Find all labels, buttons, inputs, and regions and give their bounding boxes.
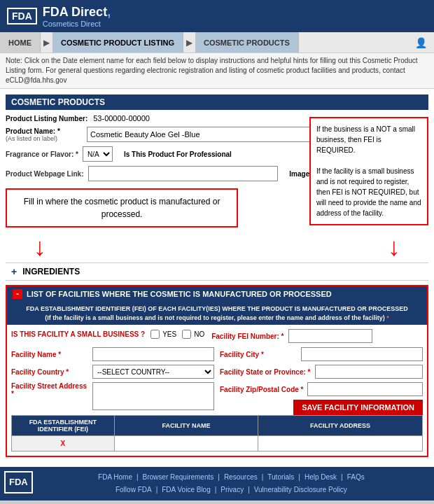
table-header-address: FACILITY ADDRESS: [258, 416, 423, 436]
small-biz-fei-row: IS THIS FACILITY A SMALL BUSINESS ? YES …: [11, 329, 423, 343]
ingredients-label: INGREDIENTS: [22, 267, 80, 276]
footer-follow-fda[interactable]: Follow FDA: [115, 484, 152, 496]
footer-tutorials[interactable]: Tutorials: [267, 471, 294, 484]
facility-zip-label: Facility Zip/Postal Code *: [220, 386, 303, 393]
facility-country-row: Facility Country * --SELECT COUNTRY--: [11, 365, 214, 379]
facility-city-input[interactable]: [301, 347, 423, 361]
footer-resources[interactable]: Resources: [224, 471, 258, 484]
footer-fda-home[interactable]: FDA Home: [98, 471, 132, 484]
fillin-note: Fill in where the cosmetic product is ma…: [6, 188, 238, 227]
arrow-row: ↓ ↓: [6, 234, 428, 260]
header-title-accent: ,: [107, 5, 111, 19]
facilities-title: LIST OF FACILITIES WHERE THE COSMETIC IS…: [27, 290, 332, 298]
facilities-collapse-icon[interactable]: -: [13, 289, 22, 299]
table-header-fei: FDA ESTABLISHMENT IDENTIFIER (FEI): [12, 416, 115, 436]
facility-street-row: Facility Street Address *: [11, 382, 214, 410]
product-name-input[interactable]: [87, 127, 319, 142]
fei-number-group: Facility FEI Number: *: [211, 329, 372, 343]
website-label: Product Webpage Link:: [6, 170, 84, 178]
no-checkbox[interactable]: [182, 330, 191, 339]
nav-arrow-1: ▶: [41, 38, 52, 48]
note-bar: Note: Click on the Date element name for…: [0, 53, 434, 89]
facility-city-label: Facility City *: [220, 351, 297, 358]
footer: FDA FDA Home | Browser Requirements | Re…: [0, 467, 434, 500]
facility-state-label: Facility State or Province: *: [220, 368, 311, 376]
facility-state-row: Facility State or Province: *: [220, 365, 423, 379]
facility-city-row: Facility City *: [220, 347, 423, 361]
nav-cosmetic-products[interactable]: COSMETIC PRODUCTS: [195, 32, 299, 52]
footer-privacy[interactable]: Privacy: [220, 484, 244, 496]
footer-fda-logo: FDA: [4, 471, 33, 493]
header-main-title: FDA Direct,: [43, 5, 111, 20]
product-name-label-group: Product Name: * (As listed on label): [6, 127, 83, 142]
no-label: NO: [194, 330, 204, 338]
left-arrow-icon: ↓: [34, 234, 46, 260]
professional-label: Is This Product For Professional: [124, 150, 232, 158]
header-title: FDA Direct, Cosmetics Direct: [43, 5, 111, 28]
fei-number-input[interactable]: [288, 329, 372, 343]
yes-label: YES: [162, 330, 176, 338]
product-name-label: Product Name: *: [6, 127, 83, 135]
website-input[interactable]: [88, 166, 279, 181]
save-btn-container: SAVE FACILITY INFORMATION: [220, 400, 423, 415]
table-cell-fei: [114, 436, 258, 451]
nav-home[interactable]: HOME: [0, 32, 41, 52]
facility-state-input[interactable]: [315, 365, 424, 379]
fragrance-label: Fragrance or Flavor: *: [6, 150, 78, 158]
delete-cell[interactable]: X: [12, 436, 115, 451]
table-row: X: [12, 436, 423, 451]
tooltip-text: If the business is a NOT a small busines…: [316, 125, 421, 217]
ingredients-section: + INGREDIENTS: [6, 262, 428, 281]
facility-country-select[interactable]: --SELECT COUNTRY--: [92, 365, 214, 379]
nav-arrow-2: ▶: [183, 38, 195, 48]
yes-checkbox-group: YES: [150, 330, 176, 339]
facilities-header: - LIST OF FACILITIES WHERE THE COSMETIC …: [7, 286, 427, 302]
main-content: If the business is a NOT a small busines…: [0, 89, 434, 467]
fda-logo: FDA: [7, 8, 37, 24]
table-cell-name: [258, 436, 423, 451]
fei-note: FDA ESTABLISHMENT IDENTIFIER (FEI) OF EA…: [7, 302, 427, 325]
facility-street-input[interactable]: [92, 382, 214, 410]
small-biz-label: IS THIS FACILITY A SMALL BUSINESS ?: [11, 330, 145, 338]
footer-faqs[interactable]: FAQs: [347, 471, 365, 484]
facilities-section: - LIST OF FACILITIES WHERE THE COSMETIC …: [6, 285, 428, 457]
save-facility-button[interactable]: SAVE FACILITY INFORMATION: [293, 400, 423, 415]
facility-zip-row: Facility Zip/Postal Code *: [220, 382, 423, 396]
facility-name-input[interactable]: [92, 347, 214, 361]
no-checkbox-group: NO: [182, 330, 204, 339]
product-listing-number-value: 53-00000-00000: [93, 114, 150, 122]
header-subtitle: Cosmetics Direct: [43, 20, 111, 28]
facility-right-col: Facility City * Facility State or Provin…: [220, 347, 423, 415]
fragrance-select[interactable]: N/A: [83, 146, 113, 162]
footer-voice-blog[interactable]: FDA Voice Blog: [162, 484, 210, 496]
footer-inner: FDA FDA Home | Browser Requirements | Re…: [4, 471, 430, 496]
facility-name-row: Facility Name *: [11, 347, 214, 361]
footer-helpdesk[interactable]: Help Desk: [304, 471, 337, 484]
yes-checkbox[interactable]: [150, 330, 160, 339]
footer-fda-text: FDA: [9, 477, 28, 487]
nav-cosmetic-listing[interactable]: COSMETIC PRODUCT LISTING: [52, 32, 183, 52]
facility-street-label: Facility Street Address *: [11, 382, 88, 398]
nav-bar: HOME ▶ COSMETIC PRODUCT LISTING ▶ COSMET…: [0, 32, 434, 53]
facility-table: FDA ESTABLISHMENT IDENTIFIER (FEI) FACIL…: [11, 415, 423, 451]
facility-zip-input[interactable]: [307, 382, 423, 396]
footer-browser-req[interactable]: Browser Requirements: [143, 471, 214, 484]
footer-vulnerability[interactable]: Vulnerability Disclosure Policy: [254, 484, 347, 496]
header-title-text: FDA Direct: [43, 5, 107, 19]
ingredients-plus-icon[interactable]: +: [11, 266, 17, 277]
cosmetic-products-header: COSMETIC PRODUCTS: [6, 94, 428, 110]
footer-links: FDA Home | Browser Requirements | Resour…: [33, 471, 430, 496]
user-icon[interactable]: 👤: [408, 33, 434, 52]
facility-form: IS THIS FACILITY A SMALL BUSINESS ? YES …: [7, 325, 427, 456]
product-name-sublabel: (As listed on label): [6, 135, 83, 142]
right-arrow-icon: ↓: [388, 234, 400, 260]
footer-links-row1: FDA Home | Browser Requirements | Resour…: [33, 471, 430, 484]
small-biz-group: IS THIS FACILITY A SMALL BUSINESS ? YES …: [11, 330, 204, 339]
fda-logo-text: FDA: [12, 10, 32, 22]
facility-country-label: Facility Country *: [11, 368, 88, 376]
fei-note-text: FDA ESTABLISHMENT IDENTIFIER (FEI) OF EA…: [26, 305, 408, 321]
header: FDA FDA Direct, Cosmetics Direct: [0, 0, 434, 32]
facility-left-col: Facility Name * Facility Country * --SEL…: [11, 347, 214, 415]
facility-two-col: Facility Name * Facility Country * --SEL…: [11, 347, 423, 415]
product-listing-number-label: Product Listing Number:: [6, 115, 88, 122]
